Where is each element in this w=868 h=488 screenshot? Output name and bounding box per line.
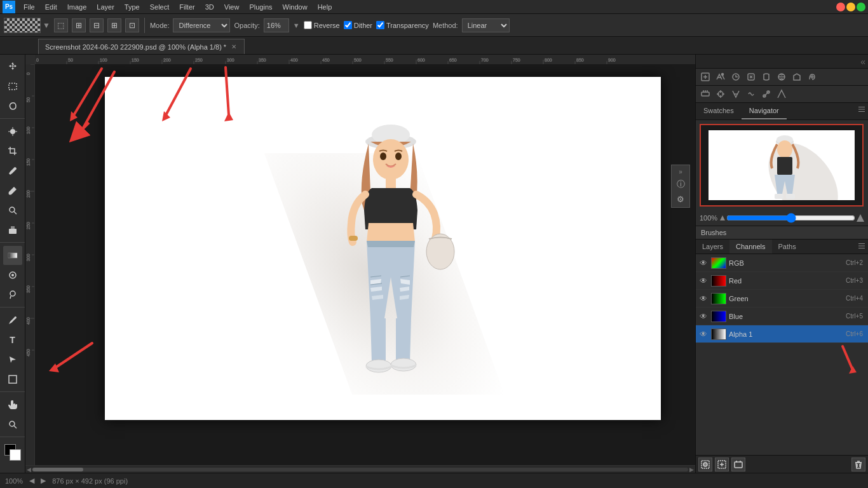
canvas-area: 0 50 100 150 200 250 300 350 400 450 500… <box>25 55 695 473</box>
menu-help[interactable]: Help <box>313 3 337 11</box>
horizontal-scrollbar[interactable]: ◀ ▶ <box>25 465 695 473</box>
arrow-right-status[interactable]: ▶ <box>41 477 46 485</box>
paths-tab[interactable]: Paths <box>772 240 803 254</box>
arrow-left-status[interactable]: ◀ <box>29 477 34 485</box>
reverse-checkbox[interactable] <box>304 21 312 29</box>
scrollbar-track[interactable] <box>32 468 688 471</box>
eyedropper-tool[interactable] <box>3 161 22 180</box>
maximize-button[interactable] <box>857 3 865 11</box>
move-tool[interactable] <box>3 57 22 76</box>
panel-icon-5[interactable] <box>759 70 773 84</box>
save-selection-button[interactable] <box>715 458 729 471</box>
panel-options-icon[interactable] <box>855 103 868 119</box>
navigator-tab[interactable]: Navigator <box>742 103 787 119</box>
shape-tool[interactable] <box>3 370 22 389</box>
channels-tab[interactable]: Channels <box>729 240 771 254</box>
eraser-tool[interactable] <box>3 220 22 240</box>
menu-plugins[interactable]: Plugins <box>245 3 276 11</box>
panel-icon-7[interactable] <box>790 70 804 84</box>
background-color-swatch[interactable] <box>10 449 21 461</box>
new-channel-button[interactable] <box>731 458 745 471</box>
minimize-button[interactable] <box>846 3 855 11</box>
panel-icon-9[interactable] <box>698 87 712 101</box>
type-tool[interactable]: T <box>3 330 22 349</box>
swatches-tab[interactable]: Swatches <box>696 103 742 119</box>
visibility-icon-alpha1[interactable]: 👁 <box>698 329 709 339</box>
panel-icon-6[interactable] <box>775 70 789 84</box>
menu-3d[interactable]: 3D <box>201 3 219 11</box>
panel-icons-area <box>696 69 868 103</box>
menu-edit[interactable]: Edit <box>41 3 62 11</box>
settings-icon-btn[interactable]: ⚙ <box>674 193 687 205</box>
zoom-tool[interactable] <box>3 415 22 434</box>
layers-tab[interactable]: Layers <box>696 240 729 254</box>
channel-row-rgb[interactable]: 👁 RGB Ctrl+2 <box>696 254 868 272</box>
gradient-tool[interactable] <box>3 246 22 265</box>
canvas-viewport[interactable]: » ⓘ ⚙ <box>35 64 695 465</box>
layer-panel-options-icon[interactable] <box>855 240 868 254</box>
channel-row-green[interactable]: 👁 Green Ctrl+4 <box>696 290 868 308</box>
menu-select[interactable]: Select <box>146 3 174 11</box>
document-tab[interactable]: Screenshot 2024-06-20 222909.psd @ 100% … <box>38 39 245 54</box>
view-toggle-5[interactable]: ⊡ <box>125 18 139 32</box>
path-select-tool[interactable] <box>3 350 22 369</box>
panel-icon-8[interactable] <box>805 70 819 84</box>
opacity-input[interactable] <box>264 18 289 32</box>
panel-icon-12[interactable] <box>744 87 758 101</box>
panel-icon-3[interactable] <box>729 70 743 84</box>
quick-select-tool[interactable] <box>3 122 22 141</box>
panel-icon-4[interactable] <box>744 70 758 84</box>
menu-filter[interactable]: Filter <box>175 3 199 11</box>
method-select[interactable]: Linear <box>462 18 510 32</box>
mode-select[interactable]: Difference <box>173 18 230 32</box>
menu-type[interactable]: Type <box>120 3 144 11</box>
visibility-icon-blue[interactable]: 👁 <box>698 311 709 322</box>
scrollbar-thumb[interactable] <box>32 468 83 471</box>
scroll-left-icon[interactable]: ◀ <box>27 466 31 473</box>
view-toggle-4[interactable]: ⊞ <box>107 18 121 32</box>
panel-icon-11[interactable] <box>729 87 743 101</box>
tab-close-button[interactable]: ✕ <box>230 43 238 51</box>
load-selection-button[interactable] <box>698 458 712 471</box>
opacity-arrow-icon[interactable]: ▼ <box>293 22 300 29</box>
menu-image[interactable]: Image <box>63 3 92 11</box>
panel-icon-10[interactable] <box>714 87 728 101</box>
menu-file[interactable]: File <box>19 3 39 11</box>
visibility-icon-red[interactable]: 👁 <box>698 276 709 286</box>
hand-tool[interactable] <box>3 395 22 414</box>
brush-tool[interactable] <box>3 181 22 200</box>
gradient-preview[interactable] <box>4 18 41 33</box>
view-toggle-1[interactable]: ⬚ <box>54 18 68 32</box>
view-toggle-3[interactable]: ⊟ <box>90 18 104 32</box>
channel-row-blue[interactable]: 👁 Blue Ctrl+5 <box>696 308 868 325</box>
visibility-icon-green[interactable]: 👁 <box>698 294 709 304</box>
collapse-right-panel-button[interactable]: « <box>860 57 865 67</box>
menu-layer[interactable]: Layer <box>92 3 119 11</box>
channel-row-red[interactable]: 👁 Red Ctrl+3 <box>696 272 868 290</box>
visibility-icon-rgb[interactable]: 👁 <box>698 258 709 268</box>
dropdown-arrow-icon[interactable]: ▼ <box>43 21 50 30</box>
pen-tool[interactable] <box>3 311 22 330</box>
dodge-tool[interactable] <box>3 285 22 304</box>
panel-icon-1[interactable] <box>698 70 712 84</box>
transparency-checkbox[interactable] <box>376 21 384 29</box>
blur-tool[interactable] <box>3 266 22 285</box>
crop-tool[interactable] <box>3 142 22 161</box>
view-toggle-2[interactable]: ⊞ <box>72 18 86 32</box>
panel-icon-13[interactable] <box>759 87 773 101</box>
info-icon-btn[interactable]: ⓘ <box>674 178 687 191</box>
panel-icon-14[interactable] <box>775 87 789 101</box>
delete-channel-button[interactable] <box>851 458 865 471</box>
close-button[interactable] <box>836 3 845 11</box>
menu-window[interactable]: Window <box>278 3 312 11</box>
rectangular-marquee-tool[interactable] <box>3 77 22 96</box>
lasso-tool[interactable] <box>3 97 22 116</box>
clone-stamp-tool[interactable] <box>3 201 22 220</box>
panel-icon-2[interactable] <box>714 70 728 84</box>
scroll-right-icon[interactable]: ▶ <box>689 466 694 473</box>
menu-view[interactable]: View <box>220 3 244 11</box>
zoom-slider-input[interactable] <box>726 213 855 223</box>
channel-row-alpha1[interactable]: 👁 Alpha 1 Ctrl+6 <box>696 325 868 343</box>
panel-expand-icon[interactable]: » <box>674 167 687 176</box>
dither-checkbox[interactable] <box>344 21 352 29</box>
